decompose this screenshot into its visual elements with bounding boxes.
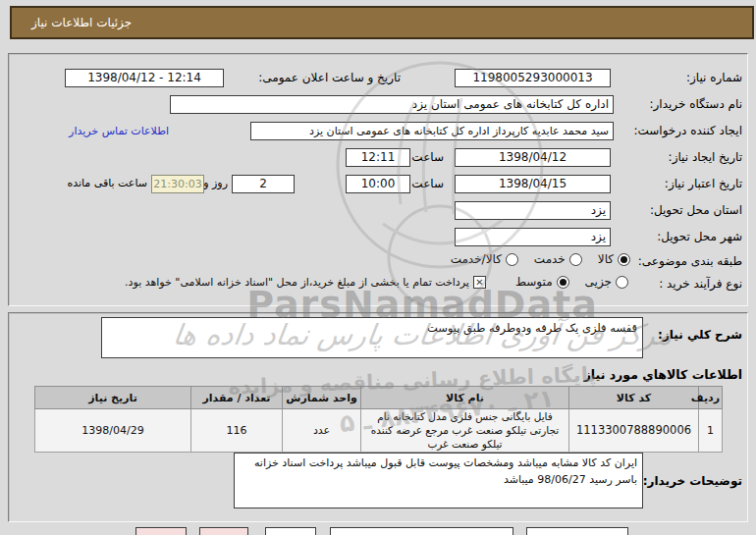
treasury-payment-option[interactable]: پرداخت تمام یا بخشی از مبلغ خرید،از محل …	[125, 276, 486, 289]
remaining-days-field[interactable]: 2	[232, 175, 295, 193]
validity-time-field[interactable]: 10:00	[346, 175, 410, 193]
buyer-contact-link[interactable]: اطلاعات تماس خریدار	[69, 125, 169, 137]
announce-datetime-field[interactable]: 1398/04/12 - 12:14	[65, 69, 224, 87]
countdown-timer: 21:30:03	[151, 175, 204, 193]
footer-button-1[interactable]	[135, 527, 187, 535]
buyer-org-label: نام دستگاه خریدار:	[650, 97, 743, 111]
buyer-notes-label: توضیحات خریدار:	[643, 474, 742, 488]
cell-quantity: 116	[191, 409, 283, 453]
validity-date-label: تاریخ اعتبار نیاز:	[665, 177, 742, 190]
radio-label: متوسط	[515, 275, 553, 289]
validity-hour-label: ساعت	[411, 177, 444, 190]
cell-need-date: 1398/04/29	[35, 409, 191, 453]
classification-option-goods-service[interactable]: کالا/خدمت	[451, 252, 518, 266]
radio-icon[interactable]	[557, 276, 569, 289]
delivery-city-label: شهر محل تحویل:	[657, 230, 742, 243]
process-type-label: نوع فرآیند خرید :	[659, 277, 742, 291]
hours-remaining-label: ساعت باقی مانده	[67, 177, 147, 189]
classification-label: طبقه بندی موضوعی:	[638, 254, 742, 268]
need-details-page: جزئیات اطلاعات نیاز شماره نیاز: 11980052…	[0, 0, 756, 535]
radio-label: خدمت	[534, 252, 566, 266]
classification-option-goods[interactable]: کالا	[598, 252, 630, 266]
items-table: ردیف کد کالا نام کالا واحد شمارش تعداد /…	[34, 386, 723, 453]
footer-button-4[interactable]	[330, 527, 513, 535]
radio-label: کالا/خدمت	[451, 252, 502, 266]
col-header-row-number: ردیف	[699, 387, 723, 409]
checked-checkbox-icon[interactable]	[473, 276, 486, 289]
buyer-org-field[interactable]: اداره کل کتابخانه های عمومی استان یزد	[170, 95, 614, 114]
cell-row-number: 1	[699, 409, 723, 453]
announce-datetime-label: تاریخ و ساعت اعلان عمومی:	[258, 71, 401, 84]
page-title: جزئیات اطلاعات نیاز	[20, 16, 132, 29]
request-creator-label: ایجاد کننده درخواست:	[633, 124, 742, 137]
items-section-heading: اطلاعات کالاهاي مورد نیاز	[584, 367, 742, 382]
need-number-label: شماره نیاز:	[686, 71, 742, 84]
footer-button-3[interactable]	[265, 527, 316, 535]
cell-item-name: فایل بایگانی جنس فلزی مدل کتابخانه نام ت…	[361, 409, 569, 453]
created-date-label: تاریخ ایجاد نیاز:	[669, 150, 742, 164]
table-row: 1 1113300788890006 فایل بایگانی جنس فلزی…	[35, 409, 723, 453]
col-header-item-code: کد کالا	[569, 387, 699, 409]
delivery-province-label: استان محل تحویل:	[650, 203, 742, 217]
radio-label: کالا	[598, 252, 614, 266]
radio-icon[interactable]	[569, 253, 582, 266]
process-type-options: جزیی متوسط پرداخت تمام یا بخشی از مبلغ خ…	[115, 275, 628, 289]
request-creator-field[interactable]: سید محمد عابدیه کارپرداز اداره کل کتابخا…	[250, 122, 614, 140]
radio-label: جزیی	[585, 275, 612, 289]
process-option-partial[interactable]: جزیی	[585, 275, 628, 289]
delivery-city-field[interactable]: یزد	[455, 228, 611, 246]
created-time-field[interactable]: 12:11	[346, 148, 410, 167]
radio-icon[interactable]	[616, 276, 628, 289]
need-description-field[interactable]: قفسه فلزی یک طرفه ودوطرفه طبق پیوست	[101, 317, 643, 358]
need-number-field[interactable]: 1198005293000013	[455, 69, 611, 87]
created-date-field[interactable]: 1398/04/12	[455, 148, 611, 167]
radio-icon[interactable]	[618, 253, 630, 266]
radio-icon[interactable]	[506, 253, 518, 266]
classification-options: کالا خدمت کالا/خدمت	[441, 252, 630, 266]
created-hour-label: ساعت	[411, 150, 444, 164]
days-and-label: روز و	[203, 177, 228, 189]
page-title-bar: جزئیات اطلاعات نیاز	[10, 6, 754, 39]
cell-unit: عدد	[283, 409, 361, 453]
col-header-need-date: تاریخ نیاز	[35, 387, 191, 409]
classification-option-service[interactable]: خدمت	[534, 252, 582, 266]
cell-item-code: 1113300788890006	[569, 409, 699, 453]
col-header-unit: واحد شمارش	[283, 387, 361, 409]
buyer-notes-field[interactable]: ایران کد کالا مشابه میباشد ومشخصات پیوست…	[234, 453, 643, 508]
col-header-quantity: تعداد / مقدار	[191, 387, 283, 409]
footer-button-5[interactable]	[526, 527, 628, 535]
need-description-label: شرح کلي نیاز:	[658, 328, 742, 342]
footer-button-2[interactable]	[199, 527, 248, 535]
delivery-province-field[interactable]: یزد	[455, 201, 611, 220]
col-header-item-name: نام کالا	[361, 387, 569, 409]
process-option-medium[interactable]: متوسط	[515, 275, 569, 289]
treasury-payment-text: پرداخت تمام یا بخشی از مبلغ خرید،از محل …	[125, 276, 469, 289]
items-table-header-row: ردیف کد کالا نام کالا واحد شمارش تعداد /…	[35, 387, 723, 409]
validity-date-field[interactable]: 1398/04/15	[455, 175, 611, 193]
